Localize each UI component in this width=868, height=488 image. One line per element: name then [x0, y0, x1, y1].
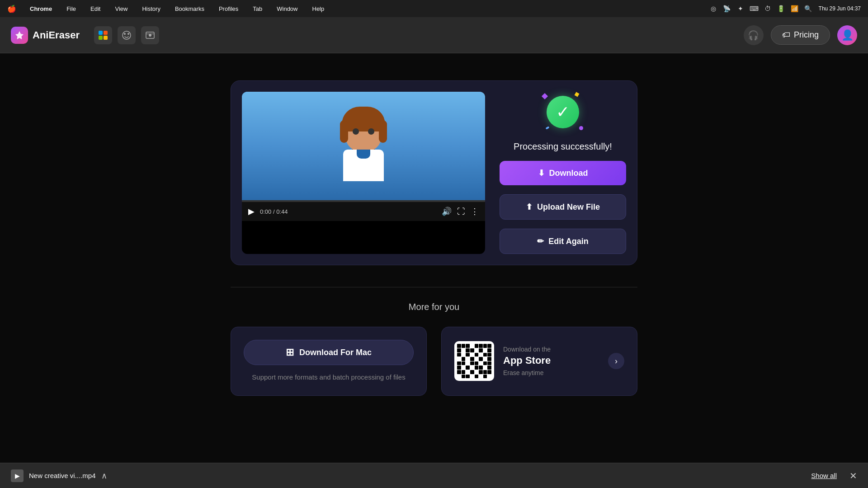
svg-point-4 — [123, 31, 131, 39]
sparkle-3 — [578, 125, 584, 131]
sparkle-2 — [575, 92, 580, 97]
siri-icon[interactable]: ◎ — [709, 5, 717, 13]
checkmark-icon: ✓ — [556, 103, 570, 122]
search-icon[interactable]: 🔍 — [804, 5, 812, 13]
airdrop-icon[interactable]: 📡 — [723, 5, 731, 13]
edit-label: Edit Again — [548, 237, 588, 246]
more-title: More for you — [231, 302, 637, 312]
file-options-chevron[interactable]: ∧ — [101, 471, 107, 481]
mac-download-label: Download For Mac — [299, 348, 372, 357]
section-divider — [231, 287, 637, 287]
success-message: Processing successfully! — [514, 141, 612, 152]
menubar-time: Thu 29 Jun 04:37 — [819, 5, 861, 12]
menubar-edit[interactable]: Edit — [88, 5, 103, 13]
menubar-tab[interactable]: Tab — [250, 5, 265, 13]
file-type-icon: ▶ — [11, 469, 24, 482]
browser-icon-2[interactable] — [118, 26, 136, 44]
sparkle-1 — [542, 93, 548, 99]
qr-code — [454, 341, 494, 381]
menubar-view[interactable]: View — [112, 5, 130, 13]
video-controls: ▶ 0:00 / 0:44 🔊 ⛶ ⋮ — [242, 202, 485, 221]
appstore-card: Download on the App Store Erase anytime … — [441, 327, 637, 396]
close-bar-button[interactable]: ✕ — [849, 470, 857, 481]
keyboard-icon[interactable]: ⌨ — [750, 5, 758, 13]
action-panel: ✓ Processing successfully! ⬇ Download ⬆ … — [500, 92, 626, 254]
appstore-top-label: Download on the — [503, 346, 599, 353]
success-icon: ✓ — [540, 92, 585, 132]
sparkle-4 — [546, 126, 550, 129]
progress-bar[interactable] — [242, 200, 485, 202]
menubar-window[interactable]: Window — [274, 5, 300, 13]
play-control[interactable]: ▶ — [248, 206, 255, 216]
windows-icon: ⊞ — [286, 347, 294, 358]
download-icon: ⬇ — [538, 168, 545, 178]
download-label: Download — [549, 169, 588, 178]
svg-rect-0 — [99, 31, 103, 35]
svg-rect-3 — [104, 36, 108, 40]
video-content — [343, 111, 384, 181]
appstore-arrow-button[interactable]: › — [608, 353, 624, 369]
more-control[interactable]: ⋮ — [471, 206, 479, 216]
user-avatar[interactable]: 👤 — [837, 25, 857, 45]
system-icons: ◎ 📡 ✦ ⌨ ⏱ 🔋 📶 🔍 — [709, 5, 812, 13]
downloaded-file-name: New creative vi....mp4 — [29, 472, 96, 479]
upload-button[interactable]: ⬆ Upload New File — [500, 194, 626, 220]
menubar-history[interactable]: History — [139, 5, 163, 13]
appstore-sublabel: Erase anytime — [503, 369, 599, 376]
mac-download-button[interactable]: ⊞ Download For Mac — [244, 340, 414, 365]
app-name: AniEraser — [33, 29, 80, 41]
browser-tab-icons — [94, 26, 159, 44]
volume-control[interactable]: 🔊 — [442, 206, 452, 216]
edit-icon: ✏ — [537, 236, 544, 246]
menubar-profiles[interactable]: Profiles — [216, 5, 241, 13]
pricing-label: Pricing — [794, 30, 819, 40]
svg-point-6 — [127, 33, 129, 35]
header-right: 🎧 🏷 Pricing 👤 — [744, 25, 857, 45]
svg-rect-2 — [99, 36, 103, 40]
battery-icon[interactable]: 🔋 — [777, 5, 785, 13]
svg-rect-1 — [104, 31, 108, 35]
browser-icon-1[interactable] — [94, 26, 112, 44]
logo-icon — [11, 27, 28, 44]
bluetooth-icon[interactable]: ✦ — [736, 5, 745, 13]
menubar-right: ◎ 📡 ✦ ⌨ ⏱ 🔋 📶 🔍 Thu 29 Jun 04:37 — [709, 5, 861, 13]
svg-point-8 — [149, 34, 151, 37]
more-cards: ⊞ Download For Mac Support more formats … — [231, 327, 637, 396]
mac-card-subtitle: Support more formats and batch processin… — [252, 372, 405, 383]
clock-icon[interactable]: ⏱ — [764, 5, 772, 13]
upload-icon: ⬆ — [526, 202, 533, 212]
mac-download-card: ⊞ Download For Mac Support more formats … — [231, 327, 427, 396]
main-content: ▶ 0:00 / 0:44 🔊 ⛶ ⋮ ✓ Processing success… — [0, 53, 868, 423]
support-button[interactable]: 🎧 — [744, 25, 764, 45]
wifi-icon[interactable]: 📶 — [791, 5, 799, 13]
menubar-chrome[interactable]: Chrome — [27, 5, 55, 13]
fullscreen-control[interactable]: ⛶ — [457, 207, 465, 216]
edit-again-button[interactable]: ✏ Edit Again — [500, 229, 626, 254]
success-circle: ✓ — [547, 96, 579, 128]
browser-icon-3[interactable] — [141, 26, 159, 44]
menubar-file[interactable]: File — [64, 5, 79, 13]
menubar-help[interactable]: Help — [310, 5, 327, 13]
video-player: ▶ 0:00 / 0:44 🔊 ⛶ ⋮ — [242, 92, 485, 254]
svg-point-5 — [124, 33, 126, 35]
appstore-name: App Store — [503, 355, 599, 366]
upload-label: Upload New File — [537, 202, 600, 212]
menubar: 🍎 Chrome File Edit View History Bookmark… — [0, 0, 868, 17]
pricing-button[interactable]: 🏷 Pricing — [771, 25, 830, 45]
video-card: ▶ 0:00 / 0:44 🔊 ⛶ ⋮ ✓ Processing success… — [231, 80, 637, 265]
app-logo: AniEraser — [11, 27, 80, 44]
app-header: AniEraser — [0, 17, 868, 53]
video-thumbnail — [242, 92, 485, 200]
more-section: More for you ⊞ Download For Mac Support … — [231, 287, 637, 396]
pricing-icon: 🏷 — [782, 30, 790, 40]
appstore-info: Download on the App Store Erase anytime — [503, 346, 599, 376]
show-all-button[interactable]: Show all — [811, 472, 837, 479]
apple-menu-icon[interactable]: 🍎 — [7, 5, 16, 13]
download-bar: ▶ New creative vi....mp4 ∧ Show all ✕ — [0, 463, 868, 488]
time-display: 0:00 / 0:44 — [260, 208, 288, 215]
menubar-bookmarks[interactable]: Bookmarks — [172, 5, 207, 13]
download-button[interactable]: ⬇ Download — [500, 161, 626, 185]
